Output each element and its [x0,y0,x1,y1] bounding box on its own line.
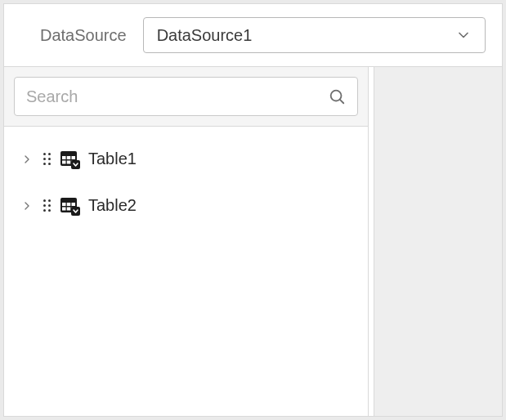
svg-rect-17 [71,207,80,216]
drag-handle-icon[interactable] [43,153,51,165]
right-pane [374,67,502,416]
svg-line-1 [340,100,343,103]
svg-rect-14 [62,207,66,210]
svg-rect-15 [67,207,71,210]
search-input[interactable] [26,87,328,106]
svg-rect-7 [67,160,71,163]
svg-rect-4 [67,156,71,159]
chevron-down-icon [455,27,472,43]
search-icon[interactable] [328,87,346,105]
data-source-panel: DataSource DataSource1 [3,3,503,417]
data-source-select[interactable]: DataSource1 [143,17,486,53]
svg-rect-6 [62,160,66,163]
data-source-label: DataSource [40,26,127,45]
tree-item-label: Table1 [88,150,137,168]
chevron-right-icon[interactable] [20,199,34,212]
search-box[interactable] [14,77,358,116]
svg-rect-11 [62,203,66,206]
table-icon [60,151,78,168]
header-row: DataSource DataSource1 [4,4,502,67]
table-icon [60,198,78,214]
search-container [4,67,368,127]
svg-rect-9 [71,160,80,169]
drag-handle-icon[interactable] [43,199,51,212]
data-source-selected-value: DataSource1 [157,26,253,45]
tree: Table1 [4,127,368,252]
svg-rect-3 [62,156,66,159]
svg-rect-12 [67,203,71,206]
left-pane: Table1 [4,67,369,416]
chevron-right-icon[interactable] [20,153,34,166]
tree-item-table1[interactable]: Table1 [12,143,360,175]
svg-rect-13 [72,203,76,206]
tree-item-label: Table2 [88,196,137,215]
svg-rect-5 [72,156,76,159]
tree-item-table2[interactable]: Table2 [12,190,360,221]
